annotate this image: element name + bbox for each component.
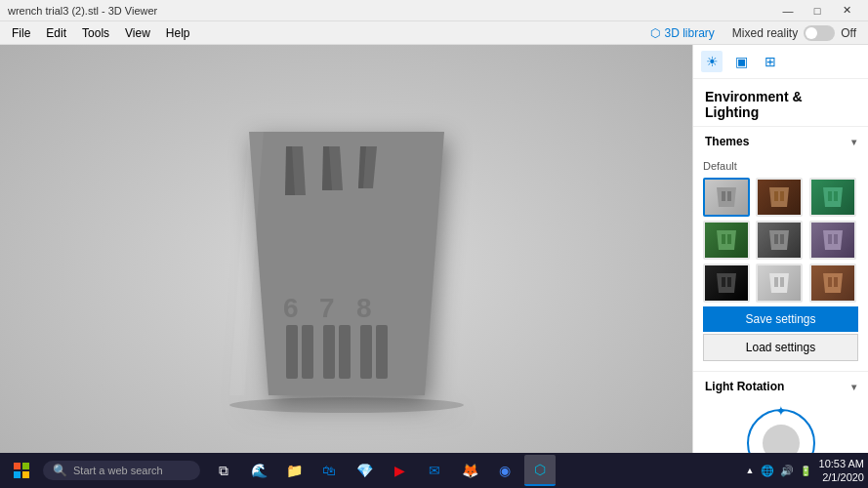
- toggle-track[interactable]: [804, 25, 835, 41]
- svg-rect-46: [22, 463, 29, 469]
- menu-view[interactable]: View: [117, 24, 158, 42]
- menu-edit[interactable]: Edit: [38, 24, 74, 42]
- theme-item-3[interactable]: [703, 221, 750, 260]
- themes-section-header[interactable]: Themes ▾: [693, 127, 868, 156]
- tab-cube[interactable]: ▣: [730, 51, 752, 72]
- close-button[interactable]: ✕: [833, 2, 860, 20]
- svg-rect-15: [360, 325, 372, 379]
- theme-item-6[interactable]: [703, 264, 750, 303]
- netflix-icon[interactable]: ▶: [384, 455, 415, 486]
- load-settings-button[interactable]: Load settings: [703, 334, 858, 361]
- svg-rect-38: [727, 277, 731, 287]
- network-icon[interactable]: 🌐: [761, 465, 774, 477]
- panel-tabs: ☀ ▣ ⊞: [693, 45, 868, 79]
- title-bar: wrench trial3 (2).stl - 3D Viewer — □ ✕: [0, 0, 868, 21]
- taskbar: 🔍 ⧉ 🌊 📁 🛍 💎 ▶ ✉ 🦊 ◉ ⬡ ▲ 🌐 🔊 🔋 10:53 AM 2…: [0, 453, 868, 488]
- toggle-thumb: [806, 27, 817, 39]
- svg-rect-12: [302, 325, 313, 379]
- svg-text:8: 8: [356, 293, 372, 323]
- svg-rect-20: [727, 191, 731, 201]
- taskbar-icons: ⧉ 🌊 📁 🛍 💎 ▶ ✉ 🦊 ◉ ⬡: [208, 455, 556, 486]
- svg-marker-39: [769, 273, 789, 293]
- theme-item-4[interactable]: [756, 221, 803, 260]
- tab-environment[interactable]: ☀: [701, 51, 723, 72]
- svg-rect-22: [774, 191, 778, 201]
- light-rotation-chevron-icon: ▾: [851, 382, 856, 392]
- save-settings-button[interactable]: Save settings: [703, 306, 858, 332]
- tab-grid[interactable]: ⊞: [760, 51, 781, 72]
- firefox-icon[interactable]: 🦊: [454, 455, 485, 486]
- theme-item-0[interactable]: [703, 178, 750, 217]
- svg-rect-44: [834, 277, 838, 287]
- svg-rect-19: [722, 191, 725, 201]
- mixed-reality-label: Mixed reality: [732, 26, 798, 40]
- store-icon[interactable]: 🛍: [313, 455, 345, 486]
- window-title: wrench trial3 (2).stl - 3D Viewer: [8, 5, 157, 17]
- svg-rect-26: [834, 191, 838, 201]
- svg-marker-33: [823, 230, 843, 250]
- 3d-viewer-icon[interactable]: ⬡: [524, 455, 556, 486]
- theme-item-1[interactable]: [756, 178, 803, 217]
- search-icon: 🔍: [53, 464, 67, 477]
- svg-rect-23: [780, 191, 784, 201]
- 3d-model: 6 7 8: [210, 102, 483, 418]
- svg-rect-29: [727, 234, 731, 244]
- task-view-icon[interactable]: ⧉: [208, 455, 239, 486]
- taskbar-clock[interactable]: 10:53 AM 2/1/2020: [819, 457, 864, 485]
- start-button[interactable]: [4, 453, 39, 488]
- theme-item-8[interactable]: [809, 264, 856, 303]
- window-controls: — □ ✕: [774, 2, 860, 20]
- svg-rect-43: [828, 277, 832, 287]
- svg-marker-17: [229, 132, 264, 395]
- solitaire-icon[interactable]: 💎: [349, 455, 380, 486]
- edge-icon[interactable]: 🌊: [243, 455, 274, 486]
- systray-up-icon[interactable]: ▲: [746, 466, 755, 475]
- themes-label: Themes: [705, 135, 749, 148]
- clock-date: 2/1/2020: [819, 470, 864, 484]
- theme-item-5[interactable]: [809, 221, 856, 260]
- menu-file[interactable]: File: [4, 24, 38, 42]
- svg-rect-32: [780, 234, 784, 244]
- svg-rect-25: [828, 191, 832, 201]
- svg-marker-21: [769, 187, 789, 207]
- viewport[interactable]: 6 7 8: [0, 45, 692, 488]
- toggle-state-label: Off: [841, 26, 856, 40]
- sun-icon: ✦: [775, 403, 787, 419]
- svg-rect-47: [14, 471, 21, 478]
- svg-rect-41: [780, 277, 784, 287]
- minimize-button[interactable]: —: [774, 2, 802, 20]
- svg-rect-11: [286, 325, 298, 379]
- library-button[interactable]: ⬡ 3D library: [644, 24, 720, 42]
- svg-rect-40: [774, 277, 778, 287]
- chrome-icon[interactable]: ◉: [489, 455, 520, 486]
- svg-marker-24: [823, 187, 843, 207]
- main-container: 6 7 8 ☀ ▣ ⊞: [0, 45, 868, 488]
- themes-section: Themes ▾ Default: [693, 126, 868, 371]
- themes-sublabel: Default: [703, 156, 858, 178]
- svg-rect-48: [22, 471, 29, 478]
- mixed-reality-toggle: Mixed reality Off: [732, 25, 856, 41]
- light-rotation-header[interactable]: Light Rotation ▾: [693, 372, 868, 401]
- theme-item-2[interactable]: [809, 178, 856, 217]
- clock-time: 10:53 AM: [819, 457, 864, 470]
- svg-rect-37: [722, 277, 725, 287]
- search-input[interactable]: [73, 465, 190, 476]
- svg-point-0: [229, 397, 464, 413]
- svg-marker-42: [823, 273, 843, 293]
- menu-bar: File Edit Tools View Help ⬡ 3D library M…: [0, 21, 868, 45]
- svg-rect-35: [834, 234, 838, 244]
- menu-tools[interactable]: Tools: [74, 24, 117, 42]
- mail-icon[interactable]: ✉: [419, 455, 450, 486]
- themes-chevron-icon: ▾: [851, 137, 856, 147]
- theme-grid: [703, 178, 858, 303]
- taskbar-search[interactable]: 🔍: [43, 461, 200, 480]
- light-rotation-label: Light Rotation: [705, 380, 784, 393]
- volume-icon[interactable]: 🔊: [780, 465, 794, 477]
- maximize-button[interactable]: □: [804, 2, 831, 20]
- svg-rect-16: [376, 325, 388, 379]
- file-explorer-icon[interactable]: 📁: [278, 455, 310, 486]
- svg-marker-36: [717, 273, 736, 293]
- svg-rect-14: [339, 325, 351, 379]
- menu-help[interactable]: Help: [158, 24, 198, 42]
- theme-item-7[interactable]: [756, 264, 803, 303]
